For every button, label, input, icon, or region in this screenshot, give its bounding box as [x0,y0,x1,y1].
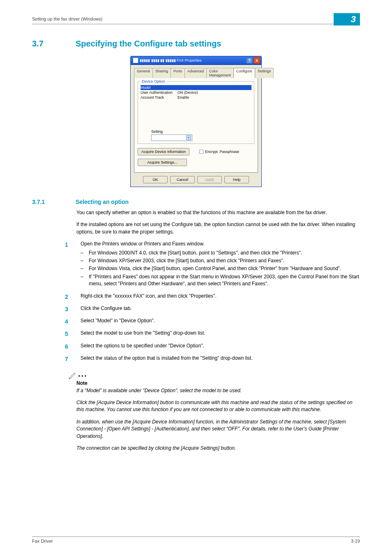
step-2: 2 Right-click the "xxxxxxx FAX" icon, an… [65,293,360,301]
step-sub-item: If "Printers and Faxes" does not appear … [89,273,360,288]
tab-settings[interactable]: Settings [255,68,274,78]
step-sub-item: For Windows 2000/NT 4.0, click the [Star… [89,250,302,257]
note-paragraph: If a "Model" is available under "Device … [76,387,360,394]
subsection-title: Selecting an option [76,199,129,205]
step-7: 7 Select the status of the option that i… [65,355,360,363]
cancel-button[interactable]: Cancel [170,176,195,183]
setting-dropdown[interactable]: ▾ [151,134,192,141]
device-option-list[interactable]: Model User AuthenticationON (Device) Acc… [141,85,251,114]
step-number: 5 [65,330,72,338]
acquire-settings-button[interactable]: Acquire Settings... [138,159,187,166]
step-text: Select the options to be specified under… [81,342,360,351]
header-rule [32,24,360,24]
subsection-number: 3.7.1 [32,199,61,205]
chapter-number-badge: 3 [334,13,360,25]
help-icon[interactable]: ? [246,57,253,64]
intro-paragraph-1: You can specify whether an option is ena… [76,209,360,216]
dialog-title: ▮▮▮▮▮ ▮▮▮▮ ▮▮ ▮▮▮▮▮ FAX Properties [140,58,202,62]
device-option-group: Device Option Model User AuthenticationO… [138,81,254,144]
note-dots: ... [78,368,88,380]
note-paragraph: In addition, when use the [Acquire Devic… [76,419,360,440]
step-text: Select "Model" in "Device Option". [81,317,360,326]
step-text: Select the model to use from the "Settin… [81,330,360,338]
step-1: 1 Open the Printers window or Printers a… [65,240,360,288]
step-number: 2 [65,293,72,301]
chevron-down-icon: ▾ [186,135,191,140]
step-text: Click the Configure tab. [81,305,360,313]
step-number: 4 [65,317,72,326]
step-6: 6 Select the options to be specified und… [65,342,360,351]
tab-advanced[interactable]: Advanced [184,68,207,78]
device-option-account-track[interactable]: Account TrackEnable [141,95,251,100]
fax-properties-dialog: ▮▮▮▮▮ ▮▮▮▮ ▮▮ ▮▮▮▮▮ FAX Properties ? × G… [130,56,262,187]
footer-right: 3-19 [351,539,360,543]
step-number: 6 [65,342,72,351]
intro-paragraph-2: If the installed options are not set usi… [76,221,360,236]
step-4: 4 Select "Model" in "Device Option". [65,317,360,326]
setting-label: Setting [151,130,163,134]
section-title: Specifying the Configure tab settings [76,39,221,49]
ok-button[interactable]: OK [143,176,168,183]
step-text: Select the status of the option that is … [81,355,360,363]
step-sub-item: For Windows Vista, click the [Start] but… [89,265,341,272]
tab-configure[interactable]: Configure [233,68,255,78]
tab-color-management[interactable]: Color Management [206,68,234,78]
tab-ports[interactable]: Ports [171,68,185,78]
close-icon[interactable]: × [254,57,260,64]
step-number: 1 [65,240,72,288]
step-text: Right-click the "xxxxxxx FAX" icon, and … [81,293,360,301]
encrypt-passphrase-label: Encrypt. Passphrase [205,150,239,154]
step-number: 7 [65,355,72,363]
footer-left: Fax Driver [32,539,53,543]
encrypt-passphrase-checkbox[interactable] [199,150,203,154]
step-5: 5 Select the model to use from the "Sett… [65,330,360,338]
printer-icon [133,58,138,63]
tab-sharing[interactable]: Sharing [152,68,171,78]
step-number: 3 [65,305,72,313]
step-text: Open the Printers window or Printers and… [81,241,204,247]
device-option-model[interactable]: Model [141,85,251,90]
step-sub-item: For Windows XP/Server 2003, click the [S… [89,257,284,264]
device-option-label: Device Option [141,79,166,83]
step-3: 3 Click the Configure tab. [65,305,360,313]
note-paragraph: The connection can be specified by click… [76,445,360,452]
section-number: 3.7 [32,39,61,49]
dialog-titlebar[interactable]: ▮▮▮▮▮ ▮▮▮▮ ▮▮ ▮▮▮▮▮ FAX Properties ? × [130,56,262,65]
help-button[interactable]: Help [224,176,249,183]
tab-strip: General Sharing Ports Advanced Color Man… [134,67,258,78]
tab-general[interactable]: General [134,68,153,78]
note-paragraph: Click the [Acquire Device Information] b… [76,399,360,414]
running-head: Setting up the fax driver (Windows) [32,16,102,21]
note-label: Note [76,380,360,387]
device-option-user-auth[interactable]: User AuthenticationON (Device) [141,90,251,95]
note-icon [68,372,76,380]
acquire-device-info-button[interactable]: Acquire Device Information [138,148,189,155]
apply-button[interactable]: Apply [197,176,222,183]
